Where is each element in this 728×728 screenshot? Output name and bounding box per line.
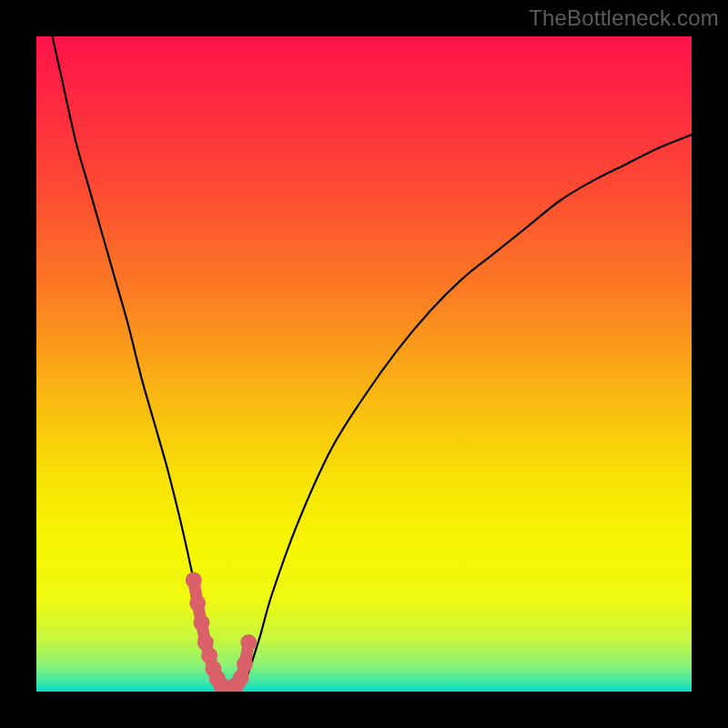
- chart-svg: [36, 36, 692, 692]
- marker-dot: [237, 656, 253, 672]
- marker-dot: [193, 614, 209, 631]
- marker-dot: [189, 595, 206, 612]
- marker-dot: [240, 634, 257, 651]
- plot-area: [36, 36, 692, 692]
- outer-frame: TheBottleneck.com: [0, 0, 728, 728]
- gradient-background: [36, 36, 692, 692]
- marker-dot: [186, 572, 202, 589]
- watermark-text: TheBottleneck.com: [529, 5, 719, 31]
- marker-dot: [233, 670, 249, 686]
